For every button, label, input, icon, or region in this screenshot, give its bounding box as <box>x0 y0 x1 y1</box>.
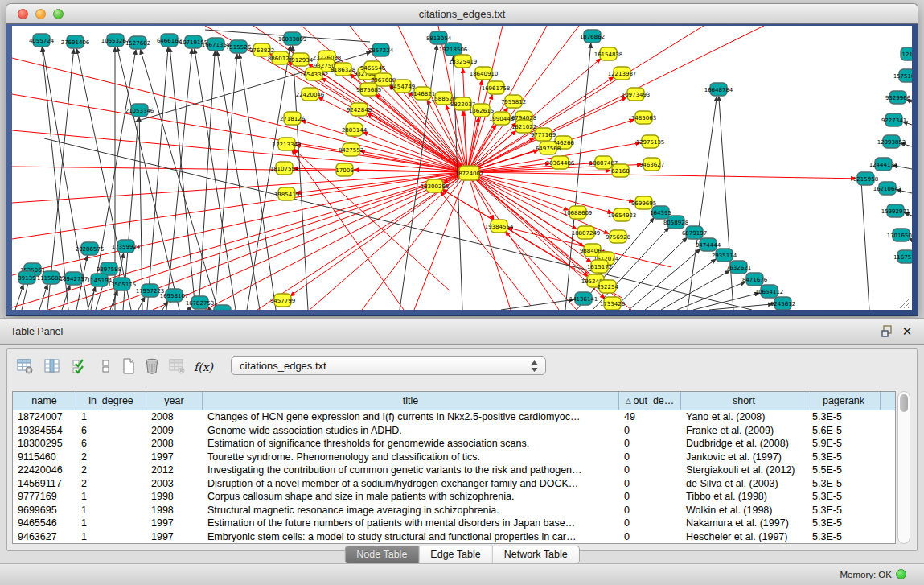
svg-text:2718126: 2718126 <box>280 116 306 122</box>
graph-node-yellow[interactable]: 62160 <box>611 164 629 177</box>
graph-node-teal[interactable]: 12093852 <box>877 135 906 148</box>
svg-text:6879197: 6879197 <box>682 230 707 237</box>
graph-node-yellow[interactable]: 19384554 <box>485 220 514 233</box>
graph-node-teal[interactable]: 17359924 <box>112 240 141 253</box>
graph-node-yellow[interactable]: 19654923 <box>608 208 637 221</box>
function-builder-icon[interactable]: f(x) <box>194 357 213 377</box>
column-header-pagerank[interactable]: pagerank <box>807 392 881 410</box>
graph-node-teal[interactable]: 9329966 <box>885 91 911 104</box>
table-row[interactable]: 1456911722003Disruption of a novel membe… <box>13 477 895 491</box>
graph-node-teal[interactable]: 7857224 <box>368 43 394 56</box>
svg-text:1211: 1211 <box>902 51 912 58</box>
graph-node-yellow[interactable]: 1985419 <box>274 187 299 200</box>
column-header-year[interactable]: year <box>146 392 203 410</box>
delete-column-icon[interactable] <box>142 357 162 377</box>
graph-node-yellow[interactable]: 12975135 <box>636 135 665 148</box>
graph-node-teal[interactable]: 16033809 <box>278 32 307 45</box>
graph-node-teal[interactable]: 8471676 <box>742 273 768 286</box>
table-cell: 2 <box>76 477 146 491</box>
svg-text:12213343: 12213343 <box>273 142 302 148</box>
graph-node-yellow[interactable]: 7955812 <box>501 95 526 108</box>
graph-node-teal[interactable]: 21053346 <box>125 104 154 117</box>
table-cell: 5.6E-5 <box>807 424 881 438</box>
svg-text:17359924: 17359924 <box>112 244 141 250</box>
node-attribute-table[interactable]: namein_degreeyeartitle△out_de…shortpager… <box>12 391 896 544</box>
show-columns-icon[interactable] <box>43 357 62 377</box>
graph-node-yellow[interactable]: 9463627 <box>639 158 664 171</box>
table-row[interactable]: 1830029562008Estimation of significance … <box>13 437 895 451</box>
graph-node-teal[interactable]: 39139 <box>18 271 35 284</box>
float-panel-icon[interactable] <box>881 324 895 339</box>
table-cell: 9463627 <box>13 530 76 544</box>
delete-table-icon[interactable] <box>167 357 187 377</box>
citation-network-graph[interactable]: 4055724276914061065326715276026466162107… <box>12 26 912 310</box>
select-all-icon[interactable] <box>70 357 89 377</box>
graph-node-teal[interactable]: 6466162 <box>157 34 182 47</box>
table-row[interactable]: 911546021997Tourette syndrome. Phenomeno… <box>13 451 895 464</box>
tab-node-table[interactable]: Node Table <box>345 546 419 563</box>
graph-node-yellow[interactable]: 9756928 <box>606 230 630 243</box>
graph-node-teal[interactable]: 20206576 <box>76 242 105 255</box>
graph-node-yellow[interactable]: 9699695 <box>631 196 656 209</box>
table-row[interactable]: 1938455462009Genome-wide association stu… <box>13 424 895 438</box>
tab-edge-table[interactable]: Edge Table <box>419 546 492 563</box>
column-header-name[interactable]: name <box>13 392 76 410</box>
graph-node-teal[interactable]: 17016504 <box>887 229 912 241</box>
graph-node-yellow[interactable]: 1733426 <box>600 297 626 310</box>
graph-node-teal[interactable]: 16210643 <box>873 182 902 195</box>
table-options-icon[interactable] <box>15 357 35 377</box>
graph-node-teal[interactable]: 16648784 <box>704 83 733 96</box>
tab-network-table[interactable]: Network Table <box>493 546 579 563</box>
svg-text:8454749: 8454749 <box>390 84 415 90</box>
graph-node-yellow[interactable]: 17006 <box>335 163 354 176</box>
graph-node-teal[interactable]: 15751074 <box>893 69 912 82</box>
column-header-in_degree[interactable]: in_degree <box>76 392 146 410</box>
table-cell: 9465546 <box>13 517 76 530</box>
table-cell: Franke et al. (2009) <box>681 424 807 438</box>
graph-node-yellow[interactable]: 252254 <box>597 280 618 293</box>
table-row[interactable]: 1872400712008Changes of HCN gene express… <box>13 410 895 424</box>
network-canvas[interactable]: 4055724276914061065326715276026466162107… <box>12 26 912 310</box>
deselect-all-icon[interactable] <box>96 357 115 377</box>
table-selector-dropdown[interactable]: citations_edges.txt <box>231 356 546 375</box>
graph-node-yellow[interactable]: 7485063 <box>631 111 656 124</box>
graph-node-teal[interactable]: 1211 <box>901 47 912 60</box>
graph-node-teal[interactable]: 1167531 <box>893 250 912 263</box>
graph-node-yellow[interactable]: 18724007 <box>455 166 484 180</box>
svg-text:16154838: 16154838 <box>594 51 623 58</box>
close-panel-icon[interactable]: ✕ <box>900 324 914 339</box>
graph-node-teal[interactable]: 6879197 <box>682 226 707 239</box>
column-header-out_de[interactable]: △out_de… <box>619 392 681 410</box>
graph-node-yellow[interactable]: 10973493 <box>622 88 651 101</box>
table-row[interactable]: 946554611997Estimation of the future num… <box>13 517 895 530</box>
graph-node-yellow[interactable]: 2718126 <box>280 112 306 125</box>
svg-text:12213987: 12213987 <box>608 71 637 77</box>
svg-text:9756928: 9756928 <box>606 234 630 241</box>
graph-node-teal[interactable]: 10654112 <box>755 285 784 298</box>
graph-node-teal[interactable]: 8215958 <box>853 172 878 185</box>
table-row[interactable]: 969969511998Structural magnetic resonanc… <box>13 504 895 517</box>
graph-node-teal[interactable]: 9227341 <box>881 113 906 126</box>
graph-node-yellow[interactable]: 16154838 <box>594 47 623 60</box>
graph-node-yellow[interactable]: 16961758 <box>482 81 511 94</box>
graph-node-yellow[interactable]: 18640910 <box>470 67 499 80</box>
graph-node-teal[interactable]: 15992971 <box>881 204 910 217</box>
graph-node-teal[interactable]: 14136141 <box>569 292 598 305</box>
create-column-icon[interactable] <box>119 357 138 377</box>
table-scrollbar-thumb[interactable] <box>900 394 908 412</box>
column-header-short[interactable]: short <box>681 392 807 410</box>
graph-node-teal[interactable]: 1876862 <box>580 30 605 43</box>
table-row[interactable]: 2242004622012Investigating the contribut… <box>13 463 895 477</box>
network-window-titlebar[interactable]: citations_edges.txt <box>6 3 918 24</box>
column-header-title[interactable]: title <box>203 392 619 410</box>
graph-node-teal[interactable]: 4055724 <box>29 34 55 47</box>
svg-text:8822037: 8822037 <box>450 101 475 108</box>
graph-node-teal[interactable]: 27691406 <box>61 35 90 48</box>
table-scrollbar[interactable] <box>897 391 910 544</box>
graph-node-yellow[interactable]: 10688609 <box>564 206 593 219</box>
graph-node-yellow[interactable]: 18107554 <box>270 162 299 175</box>
graph-node-teal[interactable]: 9245612 <box>770 297 795 310</box>
graph-node-teal[interactable]: 12444134 <box>869 158 898 171</box>
table-row[interactable]: 977716911998Corpus callosum shape and si… <box>13 490 895 504</box>
table-row[interactable]: 946362711997Embryonic stem cells: a mode… <box>13 530 895 544</box>
